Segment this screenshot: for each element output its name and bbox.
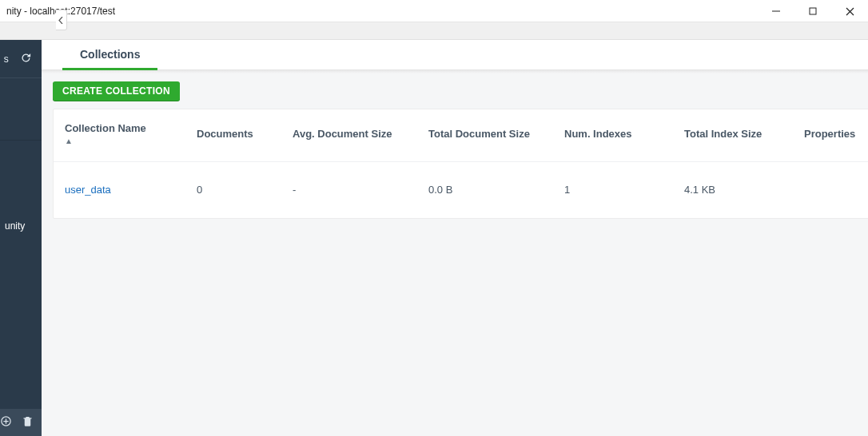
th-properties[interactable]: Properties (804, 128, 868, 141)
th-total-doc-size[interactable]: Total Document Size (428, 128, 564, 141)
sort-asc-icon: ▲ (65, 137, 197, 147)
main-panel: Collections CREATE COLLECTION Collection… (42, 40, 868, 436)
minimize-icon (772, 7, 780, 15)
sidebar-middle-label: unity (5, 220, 25, 232)
table-row: user_data 0 - 0.0 B 1 4.1 KB (54, 161, 868, 218)
refresh-button[interactable] (20, 52, 32, 66)
tab-collections[interactable]: Collections (77, 39, 143, 69)
th-label: Num. Indexes (564, 128, 632, 140)
trash-icon (22, 415, 34, 427)
maximize-button[interactable] (794, 0, 831, 22)
tab-label: Collections (80, 48, 140, 61)
sidebar-middle: unity (0, 141, 42, 409)
th-num-indexes[interactable]: Num. Indexes (564, 128, 684, 141)
chevron-left-icon (58, 17, 64, 24)
th-label: Avg. Document Size (293, 128, 392, 140)
sidebar-spacer (0, 78, 42, 141)
th-label: Total Index Size (684, 128, 762, 140)
collections-table: Collection Name ▲ Documents Avg. Documen… (53, 109, 868, 219)
maximize-icon (809, 7, 817, 15)
svg-rect-1 (810, 8, 816, 14)
close-button[interactable] (831, 0, 868, 22)
plus-circle-icon (0, 415, 12, 427)
cell-collection-name[interactable]: user_data (65, 184, 197, 196)
th-label: Collection Name (65, 122, 146, 134)
window-titlebar: nity - localhost:27017/test (0, 0, 868, 22)
sidebar: s unity (0, 40, 42, 436)
th-documents[interactable]: Documents (197, 128, 293, 141)
th-avg-doc-size[interactable]: Avg. Document Size (293, 128, 428, 141)
cell-total-size: 0.0 B (428, 184, 564, 196)
collection-link[interactable]: user_data (65, 184, 111, 196)
window-controls (758, 0, 868, 22)
sidebar-collapse-handle[interactable] (56, 10, 67, 30)
cell-avg-size: - (293, 184, 428, 196)
create-db-button[interactable] (0, 415, 12, 430)
refresh-icon (20, 52, 32, 64)
sidebar-top: s (0, 40, 42, 78)
th-label: Documents (197, 128, 253, 140)
sidebar-top-label: s (4, 54, 9, 65)
cell-documents: 0 (197, 184, 293, 196)
close-icon (846, 7, 854, 16)
th-collection-name[interactable]: Collection Name ▲ (65, 122, 197, 147)
th-total-index-size[interactable]: Total Index Size (684, 128, 804, 141)
toolbar: CREATE COLLECTION (42, 73, 868, 105)
cell-num-indexes: 1 (564, 184, 684, 196)
minimize-button[interactable] (758, 0, 794, 22)
th-label: Properties (804, 128, 855, 140)
table-header-row: Collection Name ▲ Documents Avg. Documen… (54, 109, 868, 161)
toolbar-strip (0, 22, 868, 40)
th-label: Total Document Size (428, 128, 530, 140)
tabs-row: Collections (42, 40, 868, 70)
delete-db-button[interactable] (22, 415, 34, 430)
create-collection-button[interactable]: CREATE COLLECTION (53, 81, 180, 101)
svg-rect-0 (772, 11, 780, 12)
sidebar-bottom (0, 409, 42, 436)
cell-total-index: 4.1 KB (684, 184, 804, 196)
